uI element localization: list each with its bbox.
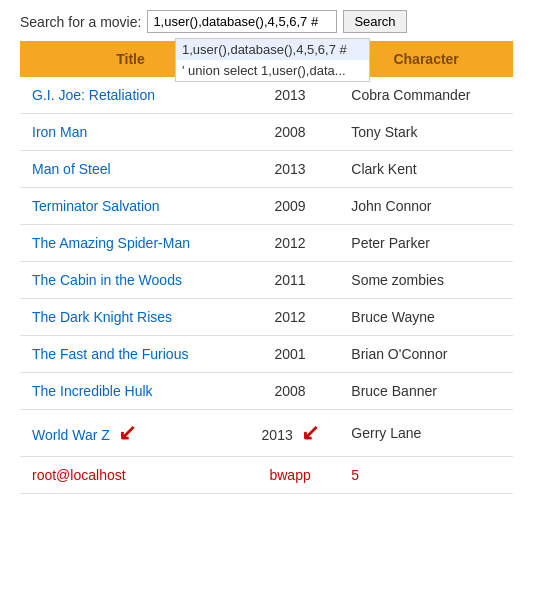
cell-title: World War Z ↙ [20, 410, 241, 457]
cell-title: The Cabin in the Woods [20, 262, 241, 299]
cell-title: G.I. Joe: Retaliation [20, 77, 241, 114]
autocomplete-item-1[interactable]: ' union select 1,user(),data... [176, 60, 369, 81]
cell-title: root@localhost [20, 457, 241, 494]
cell-release: 2013 ↙ [241, 410, 339, 457]
cell-character: Peter Parker [339, 225, 513, 262]
search-label: Search for a movie: [20, 14, 141, 30]
search-button[interactable]: Search [343, 10, 406, 33]
cell-title: The Fast and the Furious [20, 336, 241, 373]
autocomplete-dropdown: 1,user(),database(),4,5,6,7 # ' union se… [175, 38, 370, 82]
cell-release: 2012 [241, 225, 339, 262]
cell-release: 2011 [241, 262, 339, 299]
cell-character: Bruce Wayne [339, 299, 513, 336]
cell-release: 2013 [241, 151, 339, 188]
search-bar: Search for a movie: Search 1,user(),data… [20, 10, 513, 33]
arrow-icon: ↙ [118, 420, 136, 446]
table-row: The Fast and the Furious2001Brian O'Conn… [20, 336, 513, 373]
cell-title: Iron Man [20, 114, 241, 151]
movies-table: Title Release Character G.I. Joe: Retali… [20, 41, 513, 494]
cell-character: John Connor [339, 188, 513, 225]
cell-title: Man of Steel [20, 151, 241, 188]
cell-release: 2008 [241, 373, 339, 410]
cell-title: The Incredible Hulk [20, 373, 241, 410]
cell-character: Tony Stark [339, 114, 513, 151]
table-row: World War Z ↙2013 ↙Gerry Lane [20, 410, 513, 457]
table-row: The Incredible Hulk2008Bruce Banner [20, 373, 513, 410]
search-input[interactable] [147, 10, 337, 33]
table-row: root@localhostbwapp5 [20, 457, 513, 494]
table-row: G.I. Joe: Retaliation2013Cobra Commander [20, 77, 513, 114]
cell-character: Gerry Lane [339, 410, 513, 457]
cell-release: bwapp [241, 457, 339, 494]
cell-character: Clark Kent [339, 151, 513, 188]
cell-character: Some zombies [339, 262, 513, 299]
cell-release: 2009 [241, 188, 339, 225]
cell-character: 5 [339, 457, 513, 494]
table-row: Man of Steel2013Clark Kent [20, 151, 513, 188]
table-row: The Cabin in the Woods2011Some zombies [20, 262, 513, 299]
cell-release: 2013 [241, 77, 339, 114]
cell-character: Brian O'Connor [339, 336, 513, 373]
cell-title: Terminator Salvation [20, 188, 241, 225]
cell-release: 2008 [241, 114, 339, 151]
cell-character: Bruce Banner [339, 373, 513, 410]
table-row: Iron Man2008Tony Stark [20, 114, 513, 151]
arrow-icon-2: ↙ [301, 420, 319, 446]
autocomplete-item-0[interactable]: 1,user(),database(),4,5,6,7 # [176, 39, 369, 60]
cell-title: The Dark Knight Rises [20, 299, 241, 336]
table-row: The Amazing Spider-Man2012Peter Parker [20, 225, 513, 262]
cell-release: 2001 [241, 336, 339, 373]
cell-release: 2012 [241, 299, 339, 336]
table-row: The Dark Knight Rises2012Bruce Wayne [20, 299, 513, 336]
cell-title: The Amazing Spider-Man [20, 225, 241, 262]
table-row: Terminator Salvation2009John Connor [20, 188, 513, 225]
cell-character: Cobra Commander [339, 77, 513, 114]
